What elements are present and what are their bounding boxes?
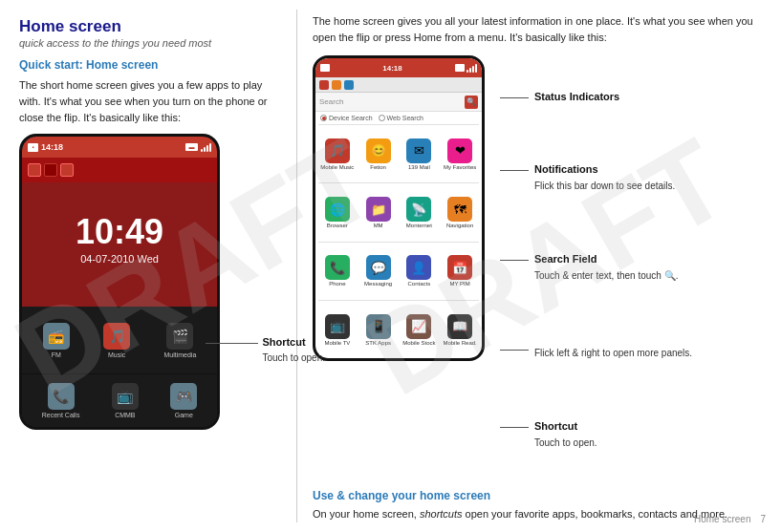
section1-body: The short home screen gives you a few ap… bbox=[19, 77, 277, 126]
cmmb-icon: 📺 bbox=[112, 383, 139, 410]
right-search-bar[interactable]: Search 🔍 bbox=[315, 93, 482, 112]
apps-grid-row2: 🌐 Browser 📁 MM 📡 Monternet bbox=[315, 183, 482, 241]
left-phone-bottom-bar: 📻 FM 🎵 Music 🎬 Multimedia bbox=[22, 307, 217, 373]
device-search-label: Device Search bbox=[329, 115, 373, 121]
fm-label: FM bbox=[52, 351, 61, 358]
app-mobile-stock[interactable]: 📈 Mobile Stock bbox=[400, 303, 440, 357]
monternet-icon: 📡 bbox=[406, 197, 431, 222]
browser-label: Browser bbox=[327, 223, 348, 229]
right-status-time: 14:18 bbox=[382, 64, 401, 73]
footer-page-number: 7 bbox=[760, 514, 766, 524]
app-myfavorites[interactable]: ❤ My Favorites bbox=[440, 127, 480, 181]
annotation-text-4: Flick left & right to open more panels. bbox=[534, 343, 692, 360]
right-status-bar: 14:18 bbox=[315, 58, 482, 77]
notif-icon-1 bbox=[28, 163, 41, 177]
phone-label: Phone bbox=[329, 281, 345, 287]
mobile-read-icon: 📖 bbox=[447, 314, 472, 339]
navigation-icon: 🗺 bbox=[447, 197, 472, 222]
app-phone[interactable]: 📞 Phone bbox=[317, 245, 358, 299]
contacts-icon: 👤 bbox=[406, 255, 431, 280]
multimedia-icon: 🎬 bbox=[166, 323, 193, 350]
app-mobile-read[interactable]: 📖 Mobile Read. bbox=[440, 303, 480, 357]
stk-label: STK Apps bbox=[365, 340, 391, 347]
clock-area: 10:49 04-07-2010 Wed bbox=[22, 182, 217, 307]
cmmb-label: CMMB bbox=[115, 412, 135, 418]
search-radio-row: Device Search Web Search bbox=[315, 112, 482, 124]
app-multimedia[interactable]: 🎬 Multimedia bbox=[163, 323, 196, 358]
annotation-text-3: Search Field Touch & enter text, then to… bbox=[534, 253, 678, 283]
app-stk[interactable]: 📱 STK Apps bbox=[358, 303, 399, 357]
mail-139-icon: ✉ bbox=[406, 138, 431, 163]
app-mm[interactable]: 📁 MM bbox=[358, 185, 399, 240]
annotations-panel: Status Indicators Notifications Flick th… bbox=[496, 55, 766, 481]
mobile-music-label: Mobile Music bbox=[320, 164, 354, 171]
notif-icon-2 bbox=[44, 163, 57, 177]
right-phone-container: 14:18 bbox=[313, 55, 485, 481]
right-notif-bar bbox=[315, 77, 482, 93]
mm-label: MM bbox=[374, 223, 383, 229]
left-notif-strip bbox=[22, 158, 217, 182]
device-search-radio[interactable]: Device Search bbox=[320, 115, 373, 121]
notif-icon-right-2 bbox=[332, 80, 341, 90]
app-music[interactable]: 🎵 Music bbox=[103, 323, 130, 358]
search-button[interactable]: 🔍 bbox=[465, 96, 478, 109]
app-messaging[interactable]: 💬 Messaging bbox=[358, 245, 399, 299]
stk-icon: 📱 bbox=[366, 314, 391, 339]
recent-calls-label: Recent Calls bbox=[42, 412, 80, 418]
search-icon: 🔍 bbox=[466, 97, 476, 106]
left-phone-status-bar: ▪ 14:18 ▬ bbox=[22, 137, 217, 158]
fetion-icon: 😊 bbox=[366, 138, 391, 163]
page-title: Home screen bbox=[19, 17, 277, 36]
footer-page-label: Home screen bbox=[694, 514, 750, 524]
app-game[interactable]: 🎮 Game bbox=[170, 383, 197, 418]
messaging-icon: 💬 bbox=[366, 255, 391, 280]
myfavorites-icon: ❤ bbox=[447, 138, 472, 163]
signal-bars-left bbox=[201, 142, 211, 152]
battery-icon-right-left: ▬ bbox=[185, 143, 198, 151]
mypim-label: MY PIM bbox=[450, 281, 470, 287]
annotation-text-1: Status Indicators bbox=[534, 91, 619, 103]
app-recent-calls[interactable]: 📞 Recent Calls bbox=[42, 383, 80, 418]
app-contacts[interactable]: 👤 Contacts bbox=[400, 245, 440, 299]
app-mobile-music[interactable]: 🎵 Mobile Music bbox=[317, 127, 358, 181]
section2-heading: Use & change your home screen bbox=[313, 489, 766, 502]
contacts-label: Contacts bbox=[408, 281, 431, 287]
annotation-status-indicators: Status Indicators bbox=[500, 91, 766, 103]
section1-heading: Quick start: Home screen bbox=[19, 58, 277, 72]
mobile-stock-label: Mobile Stock bbox=[402, 340, 435, 347]
app-browser[interactable]: 🌐 Browser bbox=[317, 185, 358, 240]
page-footer: Home screen 7 bbox=[694, 514, 766, 524]
app-cmmb[interactable]: 📺 CMMB bbox=[112, 383, 139, 418]
phone-mockup-right: 14:18 bbox=[313, 55, 485, 361]
annotation-line-2 bbox=[500, 170, 529, 171]
annotation-text-2: Notifications Flick this bar down to see… bbox=[534, 163, 675, 193]
multimedia-label: Multimedia bbox=[163, 351, 196, 358]
app-mypim[interactable]: 📅 MY PIM bbox=[440, 245, 480, 299]
phone-icon: 📞 bbox=[325, 255, 350, 280]
shortcut-callout-left: Shortcut Touch to open. bbox=[206, 336, 325, 365]
mm-icon: 📁 bbox=[366, 197, 391, 222]
mypim-icon: 📅 bbox=[447, 255, 472, 280]
annotation-search-field: Search Field Touch & enter text, then to… bbox=[500, 253, 766, 283]
page-subtitle: quick access to the things you need most bbox=[19, 37, 277, 49]
battery-icon-left: ▪ bbox=[28, 143, 38, 152]
notif-icon-right-1 bbox=[319, 80, 329, 90]
left-phone-bottom-bar-2: 📞 Recent Calls 📺 CMMB 🎮 Game bbox=[22, 374, 217, 427]
messaging-label: Messaging bbox=[364, 281, 392, 287]
status-time-left: 14:18 bbox=[41, 142, 63, 152]
app-navigation[interactable]: 🗺 Navigation bbox=[440, 185, 480, 240]
app-139mail[interactable]: ✉ 139 Mail bbox=[400, 127, 440, 181]
app-fetion[interactable]: 😊 Fetion bbox=[358, 127, 399, 181]
fetion-label: Fetion bbox=[370, 164, 386, 171]
music-icon: 🎵 bbox=[103, 323, 130, 350]
mobile-tv-icon: 📺 bbox=[325, 314, 350, 339]
navigation-label: Navigation bbox=[446, 223, 473, 229]
web-search-label: Web Search bbox=[387, 115, 423, 121]
game-label: Game bbox=[175, 412, 193, 418]
device-search-radio-dot bbox=[320, 115, 327, 121]
annotation-line-1 bbox=[500, 97, 529, 98]
app-monternet[interactable]: 📡 Monternet bbox=[400, 185, 440, 240]
web-search-radio[interactable]: Web Search bbox=[379, 115, 423, 121]
music-label: Music bbox=[108, 351, 125, 358]
app-fm[interactable]: 📻 FM bbox=[43, 323, 70, 358]
